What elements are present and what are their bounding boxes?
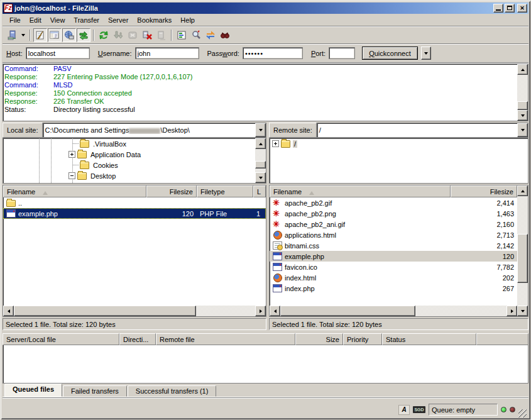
scroll-left-button[interactable] bbox=[270, 306, 280, 316]
remote-site-combobox[interactable]: / bbox=[317, 123, 528, 138]
reconnect-button[interactable] bbox=[155, 28, 168, 42]
column-header-filetype[interactable]: Filetype bbox=[197, 185, 253, 197]
file-row[interactable]: example.php120PHP File1 bbox=[3, 208, 266, 219]
remote-horizontal-scrollbar[interactable] bbox=[270, 306, 517, 316]
queue-body[interactable] bbox=[3, 345, 528, 384]
tree-item-cookies[interactable]: Cookies bbox=[3, 160, 255, 170]
scroll-up-icon bbox=[521, 67, 525, 71]
scroll-right-button[interactable] bbox=[506, 306, 517, 316]
log-prefix: Response: bbox=[4, 89, 53, 97]
scroll-down-button[interactable] bbox=[517, 110, 528, 121]
scroll-down-button[interactable] bbox=[255, 172, 266, 183]
host-input[interactable] bbox=[26, 47, 90, 59]
column-header-filename[interactable]: Filename bbox=[270, 185, 451, 197]
file-row[interactable]: apache_pb2.gif2,414 bbox=[270, 197, 517, 208]
log-line: Response:226 Transfer OK bbox=[4, 97, 516, 106]
menu-item-help[interactable]: Help bbox=[176, 14, 199, 26]
local-site-dropdown[interactable] bbox=[255, 123, 266, 137]
queue-column-remotefile[interactable]: Remote file bbox=[156, 333, 295, 345]
scroll-up-button[interactable] bbox=[517, 185, 528, 196]
cancel-operation-button[interactable] bbox=[126, 28, 140, 42]
tree-item--virtualbox[interactable]: .VirtualBox bbox=[3, 138, 255, 149]
file-row[interactable]: favicon.ico7,782 bbox=[270, 262, 517, 272]
remote-site-dropdown[interactable] bbox=[517, 123, 528, 137]
menu-item-edit[interactable]: Edit bbox=[25, 14, 46, 26]
column-header-l[interactable]: L bbox=[253, 185, 266, 197]
redacted-username bbox=[129, 128, 160, 134]
scroll-right-button[interactable] bbox=[255, 306, 266, 316]
column-header-filename[interactable]: Filename bbox=[3, 185, 146, 197]
menu-item-server[interactable]: Server bbox=[104, 14, 133, 26]
menu-item-file[interactable]: File bbox=[5, 14, 25, 26]
remote-vertical-scrollbar[interactable] bbox=[517, 185, 528, 316]
minus-expander-icon[interactable] bbox=[68, 172, 75, 179]
site-manager-dropdown[interactable] bbox=[19, 28, 27, 42]
file-row[interactable]: index.html202 bbox=[270, 272, 517, 283]
queue-column-size[interactable]: Size bbox=[295, 333, 343, 345]
scrollbar-thumb[interactable] bbox=[517, 234, 528, 283]
ascii-transfer-type-icon[interactable]: A bbox=[398, 405, 410, 415]
log-vertical-scrollbar[interactable] bbox=[517, 64, 528, 121]
disconnect-button[interactable] bbox=[140, 28, 154, 42]
refresh-button[interactable] bbox=[97, 28, 111, 42]
maximize-button[interactable] bbox=[505, 4, 515, 13]
toggle-remote-tree-button[interactable] bbox=[62, 28, 76, 42]
scrollbar-thumb[interactable] bbox=[517, 101, 528, 110]
scroll-down-button[interactable] bbox=[517, 306, 528, 316]
queue-column-status[interactable]: Status bbox=[382, 333, 476, 345]
synchronized-browsing-button[interactable] bbox=[204, 28, 217, 42]
column-header-filesize[interactable]: Filesize bbox=[146, 185, 197, 197]
quickconnect-button[interactable]: Quickconnect bbox=[362, 47, 418, 60]
port-input[interactable] bbox=[329, 47, 355, 59]
file-row[interactable]: apache_pb2.png1,463 bbox=[270, 208, 517, 219]
tab-successful-transfers-1-[interactable]: Successful transfers (1) bbox=[128, 385, 217, 397]
toggle-message-log-button[interactable] bbox=[33, 28, 47, 42]
menu-item-transfer[interactable]: Transfer bbox=[69, 14, 104, 26]
scrollbar-thumb[interactable] bbox=[255, 161, 266, 169]
title-bar[interactable]: Fz john@localhost - FileZilla ✕ bbox=[3, 3, 528, 14]
file-row[interactable]: index.php267 bbox=[270, 283, 517, 294]
resize-grip-icon[interactable] bbox=[518, 409, 527, 417]
directory-filter-button[interactable] bbox=[175, 28, 189, 42]
username-input[interactable] bbox=[135, 47, 199, 59]
tab-queued-files[interactable]: Queued files bbox=[4, 384, 62, 397]
local-tree-scrollbar[interactable] bbox=[255, 138, 266, 183]
queue-column-priority[interactable]: Priority bbox=[343, 333, 382, 345]
file-row[interactable]: apache_pb2_ani.gif2,160 bbox=[270, 219, 517, 229]
file-row[interactable]: applications.html2,713 bbox=[270, 229, 517, 240]
scroll-left-button[interactable] bbox=[3, 306, 14, 316]
toggle-queue-button[interactable] bbox=[77, 28, 90, 42]
scrollbar-thumb[interactable] bbox=[14, 306, 196, 316]
file-row[interactable]: bitnami.css2,142 bbox=[270, 240, 517, 251]
local-site-combobox[interactable]: C:\Documents and Settings\Desktop\ bbox=[43, 123, 266, 138]
port-label: Port: bbox=[311, 50, 326, 57]
find-files-button[interactable] bbox=[218, 28, 232, 42]
menu-item-bookmarks[interactable]: Bookmarks bbox=[133, 14, 176, 26]
folder-icon bbox=[80, 140, 89, 148]
tree-item-desktop[interactable]: Desktop bbox=[3, 170, 255, 181]
file-row[interactable]: .. bbox=[3, 197, 266, 208]
tab-failed-transfers[interactable]: Failed transfers bbox=[63, 385, 127, 397]
queue-column-serverlocalfile[interactable]: Server/Local file bbox=[3, 333, 119, 345]
scrollbar-thumb[interactable] bbox=[280, 306, 415, 316]
file-row[interactable]: example.php120 bbox=[270, 251, 517, 262]
site-manager-button[interactable] bbox=[5, 28, 19, 42]
scroll-up-button[interactable] bbox=[517, 64, 528, 75]
plus-expander-icon[interactable] bbox=[68, 151, 75, 158]
local-horizontal-scrollbar[interactable] bbox=[3, 306, 266, 316]
compare-directories-button[interactable] bbox=[189, 28, 203, 42]
column-header-filesize[interactable]: Filesize bbox=[451, 185, 517, 197]
quickconnect-dropdown[interactable] bbox=[421, 47, 431, 60]
tree-item-root[interactable]: / bbox=[270, 138, 528, 149]
password-input[interactable] bbox=[243, 47, 303, 59]
process-queue-button[interactable] bbox=[111, 28, 125, 42]
toggle-local-tree-button[interactable] bbox=[48, 28, 62, 42]
speed-limit-icon[interactable]: SGD bbox=[413, 406, 425, 413]
menu-item-view[interactable]: View bbox=[46, 14, 70, 26]
minimize-button[interactable] bbox=[493, 4, 503, 13]
close-button[interactable]: ✕ bbox=[517, 4, 527, 13]
scroll-up-button[interactable] bbox=[255, 138, 266, 149]
tree-item-application-data[interactable]: Application Data bbox=[3, 149, 255, 160]
plus-expander-icon[interactable] bbox=[272, 140, 279, 147]
queue-column-directi[interactable]: Directi... bbox=[119, 333, 156, 345]
